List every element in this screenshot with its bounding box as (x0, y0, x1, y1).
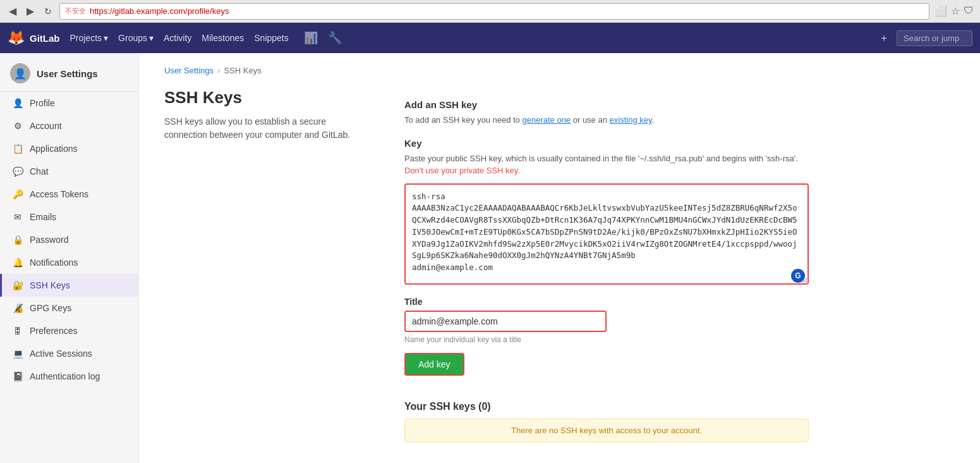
no-ssh-keys-notice: There are no SSH keys with access to you… (404, 419, 809, 442)
browser-chrome: ◀ ▶ ↻ 不安全 https://gitlab.example.com/pro… (0, 0, 980, 23)
sidebar-item-chat[interactable]: 💬 Chat (0, 160, 138, 183)
gitlab-brand-name: GitLab (30, 33, 60, 44)
sidebar-item-label: Chat (30, 166, 49, 176)
gitlab-navbar: 🦊 GitLab Projects ▾ Groups ▾ Activity Mi… (0, 23, 980, 53)
sidebar-item-label: Account (30, 121, 62, 131)
sidebar-item-account[interactable]: ⚙ Account (0, 114, 138, 137)
chevron-down-icon: ▾ (149, 33, 154, 43)
sidebar-item-label: GPG Keys (30, 303, 71, 313)
nav-wrench-icon: 🔧 (328, 31, 342, 45)
gitlab-logo-icon: 🦊 (8, 30, 25, 46)
preferences-icon: 🎛 (12, 326, 23, 336)
nav-chart-icon: 📊 (304, 31, 318, 45)
password-icon: 🔒 (12, 235, 23, 245)
breadcrumb-parent[interactable]: User Settings (164, 66, 214, 75)
private-key-warning: Don't use your private SSH key. (404, 166, 520, 175)
nav-right: ＋ Search or jump (876, 29, 972, 47)
key-label: Key (404, 138, 809, 149)
emails-icon: ✉ (12, 212, 23, 222)
sidebar-item-active-sessions[interactable]: 💻 Active Sessions (0, 342, 138, 365)
nav-milestones[interactable]: Milestones (202, 33, 244, 43)
page-description: SSH keys allow you to establish a secure… (164, 115, 366, 142)
sidebar-item-gpg-keys[interactable]: 🔏 GPG Keys (0, 297, 138, 319)
sidebar-item-label: Active Sessions (30, 349, 92, 359)
existing-key-link[interactable]: existing key (610, 115, 652, 125)
nav-activity[interactable]: Activity (164, 33, 191, 43)
breadcrumb-current: SSH Keys (224, 66, 261, 75)
sidebar: 👤 User Settings 👤 Profile ⚙ Account 📋 Ap… (0, 53, 139, 463)
breadcrumb-separator: › (217, 66, 220, 75)
title-label: Title (404, 297, 809, 307)
nav-snippets[interactable]: Snippets (254, 33, 288, 43)
sidebar-item-applications[interactable]: 📋 Applications (0, 137, 138, 160)
right-column: Add an SSH key To add an SSH key you nee… (404, 88, 809, 442)
sidebar-item-label: Applications (30, 144, 78, 154)
notifications-icon: 🔔 (12, 257, 23, 268)
back-button[interactable]: ◀ (6, 5, 19, 18)
ssh-keys-list-title: Your SSH keys (0) (404, 401, 809, 412)
nav-plus-button[interactable]: ＋ (876, 29, 892, 47)
two-col-layout: SSH Keys SSH keys allow you to establish… (164, 88, 955, 442)
sidebar-item-emails[interactable]: ✉ Emails (0, 206, 138, 228)
form-section-title: Add an SSH key (404, 99, 809, 110)
applications-icon: 📋 (12, 144, 23, 154)
sidebar-title: User Settings (37, 68, 98, 79)
sidebar-item-label: SSH Keys (30, 280, 70, 290)
sidebar-header: 👤 User Settings (0, 53, 138, 92)
sidebar-item-label: Password (30, 235, 68, 245)
sidebar-item-ssh-keys[interactable]: 🔐 SSH Keys (0, 274, 138, 297)
key-textarea[interactable]: ssh-rsa AAAAB3NzaC1yc2EAAAADAQABAAABAQCr… (404, 183, 809, 285)
security-warning: 不安全 (65, 6, 86, 16)
gitlab-logo[interactable]: 🦊 GitLab (8, 30, 60, 46)
ssh-keys-icon: 🔐 (12, 280, 23, 290)
main-content: User Settings › SSH Keys SSH Keys SSH ke… (139, 53, 980, 463)
sidebar-item-label: Preferences (30, 326, 77, 336)
page-layout: 👤 User Settings 👤 Profile ⚙ Account 📋 Ap… (0, 53, 980, 463)
page-title: SSH Keys (164, 88, 366, 108)
nav-search[interactable]: Search or jump (897, 30, 972, 46)
active-sessions-icon: 💻 (12, 349, 23, 359)
auth-log-icon: 📓 (12, 371, 23, 381)
sidebar-item-notifications[interactable]: 🔔 Notifications (0, 251, 138, 274)
key-textarea-wrapper: ssh-rsa AAAAB3NzaC1yc2EAAAADAQABAAABAQCr… (404, 183, 809, 287)
browser-actions: ⬜☆🛡 (935, 5, 974, 17)
nav-projects[interactable]: Projects ▾ (70, 33, 109, 43)
forward-button[interactable]: ▶ (24, 5, 37, 18)
sidebar-item-access-tokens[interactable]: 🔑 Access Tokens (0, 183, 138, 206)
sidebar-item-preferences[interactable]: 🎛 Preferences (0, 319, 138, 342)
url-text: https://gitlab.example.com/profile/keys (90, 6, 229, 16)
form-intro: To add an SSH key you need to generate o… (404, 114, 809, 127)
sidebar-item-label: Authentication log (30, 371, 100, 381)
left-column: SSH Keys SSH keys allow you to establish… (164, 88, 366, 142)
account-icon: ⚙ (12, 121, 23, 131)
access-tokens-icon: 🔑 (12, 189, 23, 199)
sidebar-item-label: Access Tokens (30, 189, 88, 199)
sidebar-item-label: Notifications (30, 257, 78, 268)
breadcrumb: User Settings › SSH Keys (164, 66, 955, 75)
ssh-keys-section: Your SSH keys (0) There are no SSH keys … (404, 401, 809, 442)
key-description: Paste your public SSH key, which is usua… (404, 152, 809, 177)
gpg-keys-icon: 🔏 (12, 303, 23, 313)
sidebar-item-password[interactable]: 🔒 Password (0, 228, 138, 251)
avatar: 👤 (10, 63, 30, 83)
add-key-button[interactable]: Add key (404, 353, 464, 376)
nav-groups[interactable]: Groups ▾ (118, 33, 154, 43)
title-hint: Name your individual key via a title (404, 335, 809, 344)
chevron-down-icon: ▾ (104, 33, 108, 43)
url-bar[interactable]: 不安全 https://gitlab.example.com/profile/k… (59, 3, 929, 20)
sidebar-item-label: Emails (30, 212, 56, 222)
sidebar-item-label: Profile (30, 98, 55, 108)
generate-link[interactable]: generate one (522, 115, 571, 125)
chat-icon: 💬 (12, 166, 23, 176)
grammarly-icon: G (791, 269, 805, 283)
title-input[interactable] (404, 311, 607, 332)
sidebar-item-profile[interactable]: 👤 Profile (0, 92, 138, 114)
profile-icon: 👤 (12, 98, 23, 108)
sidebar-item-auth-log[interactable]: 📓 Authentication log (0, 365, 138, 388)
reload-button[interactable]: ↻ (42, 5, 54, 18)
